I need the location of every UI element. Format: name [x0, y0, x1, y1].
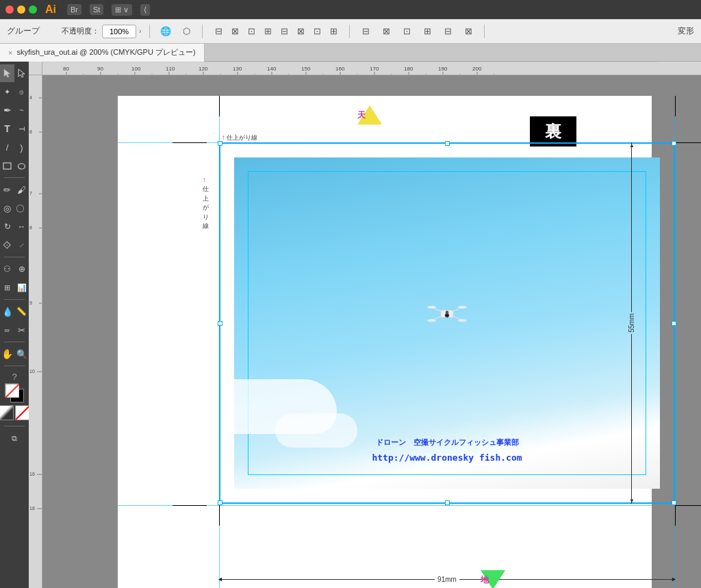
distribute-h-icon[interactable]: ⊡: [309, 24, 324, 39]
svg-text:160: 160: [335, 66, 345, 72]
distribute-spacing4-icon[interactable]: ⊞: [420, 24, 435, 39]
screen-mode-button[interactable]: ⧉: [0, 429, 29, 447]
eyedropper-tool[interactable]: 💧: [0, 303, 14, 320]
tool-row-blend: ∞ ✂: [0, 321, 29, 339]
align-top-icon[interactable]: ⊞: [260, 24, 275, 39]
distribute-v-icon[interactable]: ⊞: [326, 24, 341, 39]
crop-mark-tr-h: [675, 142, 701, 143]
canvas-background[interactable]: ↑仕上がり線 裏 天: [42, 75, 701, 588]
help-tool[interactable]: ?: [0, 372, 29, 382]
ruler-left-svg: 4 8 7 8 9 10 16 18: [29, 75, 42, 588]
handle-bm[interactable]: [445, 500, 450, 505]
bottom-dimension: ◄ 91mm ►: [219, 576, 675, 583]
hand-tool[interactable]: ✋: [0, 345, 14, 363]
distribute-spacing5-icon[interactable]: ⊟: [440, 24, 455, 39]
fill-swatch[interactable]: [5, 383, 18, 397]
toolbox: ✦ ⌾ ✒ ~ T T / ) ✏ 🖌: [0, 62, 29, 588]
curvature-tool[interactable]: ~: [14, 101, 29, 119]
align-center-h-icon[interactable]: ⊠: [227, 24, 242, 39]
scissors-tool[interactable]: ✂: [14, 321, 29, 339]
stock-icon[interactable]: St: [90, 4, 103, 15]
blob-brush-tool[interactable]: ◎: [0, 199, 14, 217]
svg-text:120: 120: [199, 66, 208, 72]
line-tool[interactable]: /: [0, 138, 14, 156]
tool-row-select: [0, 64, 29, 82]
puppet-warp-tool[interactable]: ⊕: [14, 260, 29, 278]
type-tool[interactable]: T: [0, 120, 14, 138]
rotate-tool[interactable]: ↻: [0, 218, 14, 235]
direct-selection-tool[interactable]: [14, 64, 29, 82]
free-transform-tool[interactable]: ⊞: [0, 279, 14, 296]
fill-stroke-swatches[interactable]: [5, 383, 24, 402]
close-button[interactable]: [5, 5, 14, 14]
svg-point-70: [427, 319, 437, 322]
bridge-icon[interactable]: Br: [67, 4, 81, 15]
toolbox-sep-1: [4, 177, 25, 178]
paintbrush-tool[interactable]: 🖌: [14, 181, 29, 199]
reflect-tool[interactable]: ↔: [14, 218, 29, 235]
document-tab[interactable]: × skyfish_ura_out.ai @ 200% (CMYK/GPU プレ…: [0, 44, 205, 62]
handle-br[interactable]: [672, 500, 676, 505]
lasso-tool[interactable]: ⌾: [14, 83, 29, 101]
tool-row-line: / ): [0, 138, 29, 156]
toolbar-divider-4: [484, 25, 485, 38]
width-tool[interactable]: ⚇: [0, 260, 14, 278]
zoom-tool[interactable]: 🔍: [14, 345, 29, 363]
none-swatch[interactable]: [15, 405, 30, 420]
opacity-arrow[interactable]: ›: [139, 27, 141, 35]
ellipse-tool[interactable]: [14, 157, 29, 175]
workspace-switcher[interactable]: ⊞ ∨: [112, 4, 132, 16]
gradient-swatch[interactable]: [0, 405, 14, 420]
toolbar-divider-2: [202, 25, 203, 38]
toolbox-sep-2: [4, 257, 25, 257]
shear-tool[interactable]: ⟋: [14, 236, 29, 254]
svg-point-63: [446, 315, 448, 317]
align-bottom-icon[interactable]: ⊠: [293, 24, 308, 39]
distribute-spacing6-icon[interactable]: ⊠: [461, 24, 476, 39]
handle-bl[interactable]: [218, 500, 222, 505]
svg-point-71: [458, 319, 468, 322]
minimize-button[interactable]: [17, 5, 25, 14]
canvas-area[interactable]: 80 90 100 110 120 130 140 150 160 170: [29, 62, 701, 588]
svg-text:7: 7: [29, 191, 32, 196]
svg-text:170: 170: [370, 66, 379, 72]
tool-row-rect: [0, 157, 29, 175]
handle-tm[interactable]: [445, 141, 450, 146]
tool-row-brush: ✏ 🖌: [0, 181, 29, 199]
pencil-tool[interactable]: ✏: [0, 181, 14, 199]
fullscreen-button[interactable]: [29, 5, 37, 14]
svg-text:180: 180: [404, 66, 413, 72]
measure-tool[interactable]: 📏: [14, 303, 29, 320]
svg-point-72: [446, 311, 449, 314]
type-vertical-tool[interactable]: T: [14, 120, 29, 138]
blend-tool[interactable]: ∞: [0, 321, 14, 339]
handle-rm[interactable]: [672, 321, 676, 326]
crop-mark-bl-v: [219, 505, 220, 526]
pen-tool[interactable]: ✒: [0, 101, 14, 119]
transform-icon[interactable]: ⬡: [179, 24, 194, 39]
opacity-input[interactable]: [102, 25, 136, 38]
distribute-spacing-icon[interactable]: ⊟: [358, 24, 373, 39]
globe-icon[interactable]: 🌐: [158, 24, 173, 39]
color-swatch-area: ?: [0, 369, 29, 423]
svg-text:110: 110: [166, 66, 175, 72]
arc-tool[interactable]: ): [14, 138, 29, 156]
distribute-spacing3-icon[interactable]: ⊡: [399, 24, 414, 39]
tool-row-hand: ✋ 🔍: [0, 345, 29, 363]
tool-row-eyedropper: 💧 📏: [0, 303, 29, 320]
handle-tr[interactable]: [672, 141, 676, 146]
align-left-icon[interactable]: ⊟: [211, 24, 226, 39]
tab-close-button[interactable]: ×: [8, 49, 12, 57]
align-right-icon[interactable]: ⊡: [244, 24, 259, 39]
svg-text:8: 8: [29, 225, 32, 230]
shaper-tool[interactable]: ⃝: [14, 199, 29, 217]
magic-wand-tool[interactable]: ✦: [0, 83, 14, 101]
graph-tool[interactable]: 📊: [14, 279, 29, 296]
rect-tool[interactable]: [0, 157, 14, 175]
distribute-spacing2-icon[interactable]: ⊠: [379, 24, 394, 39]
handle-tl[interactable]: [218, 141, 222, 146]
handle-lm[interactable]: [218, 321, 222, 326]
align-middle-v-icon[interactable]: ⊟: [277, 24, 292, 39]
tool-row-blob: ◎ ⃝: [0, 199, 29, 217]
selection-tool[interactable]: [0, 64, 14, 82]
